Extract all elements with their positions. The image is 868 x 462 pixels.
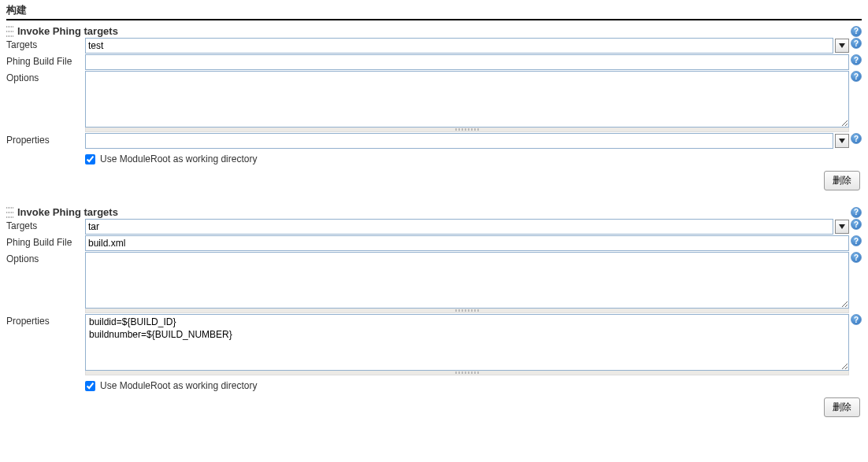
- options-textarea[interactable]: [85, 252, 849, 309]
- resize-handle[interactable]: [85, 309, 849, 313]
- buildfile-input[interactable]: [85, 235, 849, 251]
- svg-marker-0: [839, 43, 845, 48]
- resize-handle[interactable]: [85, 128, 849, 132]
- targets-dropdown-button[interactable]: [835, 39, 849, 53]
- phing-block: Invoke Phing targets ? Targets ? Phing B…: [6, 25, 862, 190]
- usemoduleroot-label: Use ModuleRoot as working directory: [100, 153, 257, 164]
- phing-block: Invoke Phing targets ? Targets ? Phing B…: [6, 206, 862, 417]
- properties-dropdown-button[interactable]: [835, 134, 849, 148]
- help-icon[interactable]: ?: [851, 235, 862, 246]
- svg-marker-1: [839, 139, 845, 143]
- delete-button[interactable]: 删除: [824, 397, 860, 417]
- help-icon[interactable]: ?: [851, 133, 862, 144]
- help-icon[interactable]: ?: [851, 314, 862, 325]
- targets-label: Targets: [6, 219, 85, 231]
- help-icon[interactable]: ?: [851, 219, 862, 230]
- usemoduleroot-label: Use ModuleRoot as working directory: [100, 380, 257, 391]
- properties-label: Properties: [6, 133, 85, 146]
- help-icon[interactable]: ?: [851, 207, 862, 218]
- properties-label: Properties: [6, 314, 85, 327]
- help-icon[interactable]: ?: [851, 252, 862, 263]
- targets-input[interactable]: [85, 38, 833, 54]
- svg-marker-2: [839, 224, 845, 229]
- block-title: Invoke Phing targets: [17, 206, 851, 218]
- help-icon[interactable]: ?: [851, 26, 862, 37]
- properties-input[interactable]: [85, 133, 833, 149]
- section-heading: 构建: [6, 3, 862, 20]
- targets-input[interactable]: [85, 219, 833, 235]
- help-icon[interactable]: ?: [851, 71, 862, 82]
- targets-label: Targets: [6, 38, 85, 50]
- help-icon[interactable]: ?: [851, 38, 862, 49]
- targets-dropdown-button[interactable]: [835, 220, 849, 234]
- options-textarea[interactable]: [85, 71, 849, 128]
- drag-handle-icon[interactable]: [6, 26, 14, 37]
- options-label: Options: [6, 71, 85, 83]
- delete-button[interactable]: 删除: [824, 171, 860, 190]
- buildfile-input[interactable]: [85, 54, 849, 70]
- usemoduleroot-checkbox[interactable]: [85, 381, 95, 391]
- block-title: Invoke Phing targets: [17, 25, 851, 37]
- options-label: Options: [6, 252, 85, 264]
- buildfile-label: Phing Build File: [6, 54, 85, 67]
- usemoduleroot-checkbox[interactable]: [85, 154, 95, 164]
- drag-handle-icon[interactable]: [6, 207, 14, 218]
- properties-textarea[interactable]: [85, 314, 849, 371]
- buildfile-label: Phing Build File: [6, 235, 85, 248]
- help-icon[interactable]: ?: [851, 54, 862, 65]
- resize-handle[interactable]: [85, 371, 849, 375]
